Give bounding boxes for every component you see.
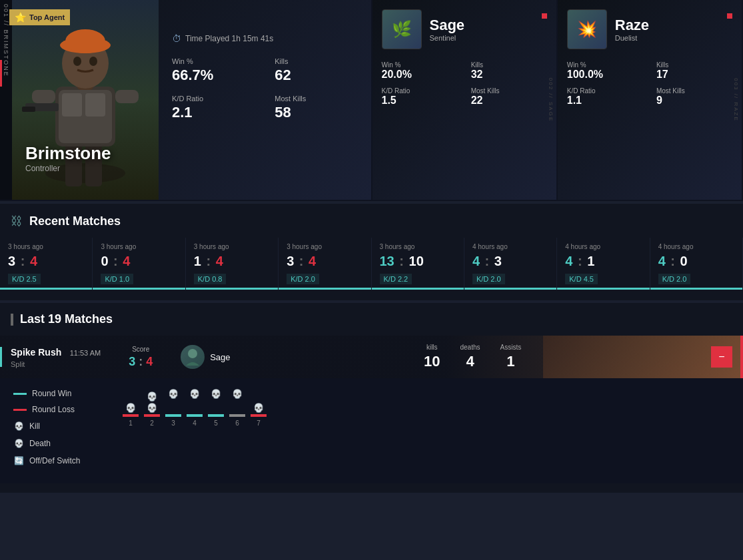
- death-indicator: 💀: [147, 403, 157, 413]
- round-col: 💀 💀 6: [227, 389, 248, 427]
- match-time: 11:53 AM: [70, 349, 101, 357]
- red-accent: [0, 60, 2, 87]
- match-cell[interactable]: 3 hours ago 0 : 4 K/D 1.0: [93, 238, 185, 290]
- legend-loss: Round Loss: [13, 405, 100, 414]
- last-matches-header: Last 19 Matches: [0, 312, 743, 336]
- match-time: 3 hours ago: [101, 243, 177, 250]
- kd-stat: K/D Ratio 2.1: [172, 95, 255, 121]
- assists-val: 1: [500, 353, 522, 370]
- agent-role: Sentinel: [430, 34, 465, 42]
- match-cell[interactable]: 4 hours ago 4 : 3 K/D 2.0: [464, 238, 557, 290]
- match-time: 4 hours ago: [565, 243, 641, 250]
- match-time: 3 hours ago: [8, 243, 84, 250]
- match-expand-button[interactable]: −: [711, 346, 732, 368]
- match-score: 4 : 1: [565, 254, 641, 269]
- match-time: 3 hours ago: [194, 243, 270, 250]
- match-map: Split: [11, 360, 101, 368]
- score-foe: 4: [146, 355, 153, 368]
- side-label: 003 // RAZE: [733, 78, 739, 122]
- match-cell[interactable]: 4 hours ago 4 : 0 K/D 2.0: [650, 238, 743, 290]
- match-mode-info: Spike Rush 11:53 AM Split: [11, 346, 101, 368]
- round-col: 💀 💀 7: [248, 389, 269, 427]
- legend-kill: 💀 Kill: [13, 421, 100, 431]
- skull-icon: 💀: [13, 421, 24, 431]
- assists-kda: Assists 1: [500, 344, 522, 370]
- agent-small-stats: Win % 20.0% Kills 32 K/D Ratio 1.5 Most …: [372, 56, 556, 116]
- match-kd: K/D 2.2: [380, 274, 412, 284]
- agent-name: Brimstone: [25, 143, 111, 164]
- match-detail-inner: Spike Rush 11:53 AM Split Score 3 : 4: [0, 336, 743, 378]
- switch-icon: 🔄: [13, 455, 24, 466]
- match-time: 3 hours ago: [287, 243, 363, 250]
- svg-point-13: [73, 57, 81, 66]
- rounds-visual: 💀 💀 1 💀 💀 2 💀 💀 3 💀 💀 4 💀 💀: [120, 389, 730, 473]
- kill-label: Kill: [29, 421, 40, 431]
- win-pct-value: 66.7%: [172, 67, 255, 84]
- agent-name-overlay: Brimstone Controller: [25, 143, 111, 173]
- svg-point-12: [65, 29, 105, 53]
- match-time: 3 hours ago: [380, 243, 456, 250]
- agent-portrait: 💥: [567, 9, 607, 49]
- agent-portrait: 🌿: [382, 9, 422, 49]
- loss-line-icon: [13, 409, 27, 411]
- other-agents: 002 // SAGE 🌿 Sage Sentinel Win % 20.0% …: [372, 0, 744, 200]
- top-agent-badge: ⭐ Top Agent: [9, 9, 70, 25]
- agent-card-top: 💥 Raze Duelist: [558, 0, 742, 56]
- score-own: 3: [129, 355, 135, 368]
- most-kills-stat: Most Kills 58: [275, 95, 357, 121]
- match-detail-row: Spike Rush 11:53 AM Split Score 3 : 4: [0, 336, 743, 378]
- match-cell[interactable]: 3 hours ago 3 : 4 K/D 2.0: [279, 238, 371, 290]
- svg-point-17: [188, 349, 197, 358]
- red-dot: [542, 13, 547, 19]
- time-played: ⏱ Time Played 1h 15m 41s: [172, 33, 358, 44]
- match-kd: K/D 0.8: [194, 274, 227, 284]
- win-pct-stat: Win % 66.7%: [172, 57, 255, 84]
- match-score-detail: Score 3 : 4: [114, 346, 167, 369]
- match-score: 3 : 4: [8, 254, 84, 269]
- match-cell[interactable]: 4 hours ago 4 : 1 K/D 4.5: [557, 238, 650, 290]
- agent-card-raze: 003 // RAZE 💥 Raze Duelist Win % 100.0% …: [558, 0, 743, 200]
- section-header: ⛓ Recent Matches: [0, 214, 743, 238]
- match-cell[interactable]: 3 hours ago 3 : 4 K/D 2.5: [0, 238, 93, 290]
- clock-icon: ⏱: [172, 33, 181, 44]
- match-kd: K/D 2.5: [8, 274, 41, 284]
- match-details-expanded: Round Win Round Loss 💀 Kill 💀 Death 🔄 Of…: [0, 378, 743, 483]
- match-score: 1 : 4: [194, 254, 270, 269]
- header-accent: [11, 314, 13, 326]
- kill-indicator: 💀: [168, 389, 179, 399]
- match-score: 0 : 4: [101, 254, 177, 269]
- kill-indicator: 💀: [147, 392, 157, 402]
- kill-indicator: 💀: [189, 389, 200, 399]
- match-cell[interactable]: 3 hours ago 13 : 10 K/D 2.2: [372, 238, 464, 290]
- match-score: 13 : 10: [380, 254, 456, 269]
- legend-win: Round Win: [13, 389, 100, 398]
- agent-role: Duelist: [615, 34, 649, 42]
- last-matches-title: Last 19 Matches: [20, 312, 113, 326]
- svg-rect-5: [62, 93, 82, 117]
- match-bar: [279, 288, 371, 290]
- agent-portrait-sage: [181, 345, 205, 369]
- match-cell[interactable]: 3 hours ago 1 : 4 K/D 0.8: [186, 238, 279, 290]
- kd-value: 2.1: [172, 104, 255, 121]
- round-number: 1: [129, 420, 133, 427]
- kill-indicator: 💀: [232, 389, 243, 399]
- kills-val: 10: [424, 353, 440, 370]
- top-agent-card: ⭐ Top Agent 001 // BRIMSTONE: [0, 0, 372, 200]
- match-kd: K/D 1.0: [101, 274, 133, 284]
- svg-point-14: [89, 57, 97, 66]
- agent-name: Raze: [615, 17, 649, 34]
- svg-rect-16: [22, 107, 35, 112]
- match-score: 3 : 4: [287, 254, 363, 269]
- round-number: 6: [235, 420, 239, 427]
- round-bar: [229, 414, 245, 417]
- kills-stat: Kills 62: [275, 57, 357, 84]
- round-number: 5: [214, 420, 218, 427]
- round-number: 4: [193, 420, 197, 427]
- match-bar: [464, 288, 556, 290]
- kills-kda: kills 10: [424, 344, 440, 370]
- agent-image: Brimstone Controller: [12, 0, 159, 200]
- most-kills-value: 58: [275, 104, 357, 121]
- match-bar: [372, 288, 464, 290]
- recent-matches-section: ⛓ Recent Matches 3 hours ago 3 : 4 K/D 2…: [0, 204, 743, 300]
- stats-grid: Win % 66.7% Kills 62 K/D Ratio 2.1 Most …: [172, 57, 358, 121]
